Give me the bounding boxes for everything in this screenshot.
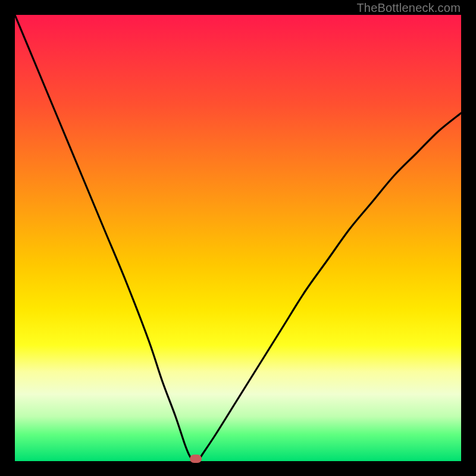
plot-area xyxy=(15,15,461,461)
watermark-text: TheBottleneck.com xyxy=(356,1,461,15)
bottleneck-curve xyxy=(15,15,461,461)
optimal-point-marker xyxy=(190,455,202,463)
chart-frame: TheBottleneck.com xyxy=(0,0,476,476)
